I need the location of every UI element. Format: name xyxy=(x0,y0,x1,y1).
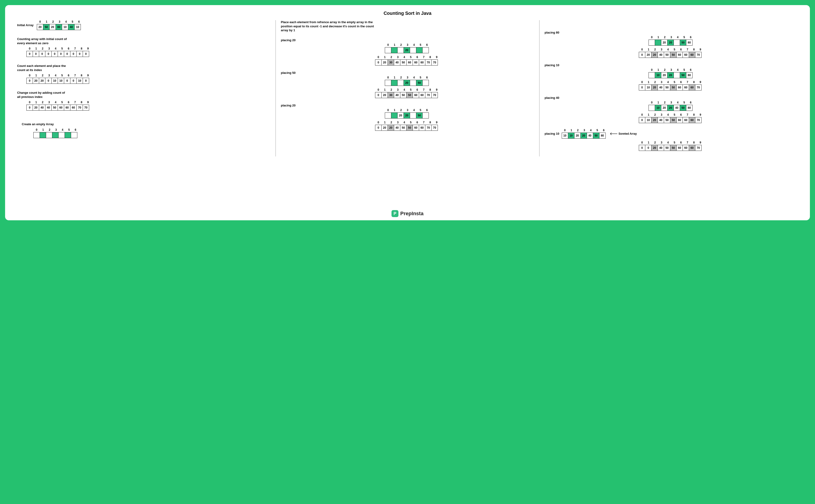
array-cell: 40 xyxy=(68,24,75,30)
array-index: 3 xyxy=(668,101,675,105)
array-cell: 80 xyxy=(686,40,693,46)
array-index: 6 xyxy=(414,56,421,59)
array-index: 6 xyxy=(72,128,79,132)
array-index: 0 xyxy=(375,56,381,59)
array-index: 5 xyxy=(417,109,424,112)
array-index: 4 xyxy=(665,81,671,84)
array-index: 0 xyxy=(26,47,33,51)
array-cell: 20 xyxy=(387,125,394,131)
array-cell: 20 xyxy=(49,24,56,30)
array-index: 1 xyxy=(391,109,398,112)
array-index: 2 xyxy=(388,56,394,59)
array-index: 6 xyxy=(65,47,72,51)
array-cell: 60 xyxy=(683,84,689,90)
array-index: 4 xyxy=(401,88,408,92)
array-cell: 70 xyxy=(432,125,438,131)
array-index: 5 xyxy=(408,121,414,125)
array-cell: 70 xyxy=(432,92,438,98)
array-cell: 40 xyxy=(45,105,52,111)
array-index: 4 xyxy=(401,56,408,59)
array-index: 5 xyxy=(408,56,414,59)
array-cell xyxy=(58,132,65,138)
array-cell: 60 xyxy=(419,92,425,98)
array-cell: 50 xyxy=(400,125,406,131)
array-index: 5 xyxy=(69,20,76,24)
array-cell: 50 xyxy=(400,92,406,98)
zero-label-b: every element as zero xyxy=(17,41,270,45)
array-index: 2 xyxy=(388,121,394,125)
cumulative-array: 0123456789 0204040506060607070 xyxy=(26,101,91,111)
array-index: 3 xyxy=(658,141,665,145)
array-cell: 40 xyxy=(394,92,400,98)
array-index: 6 xyxy=(414,121,421,125)
array-cell: 40 xyxy=(587,133,593,139)
array-cell: 0 xyxy=(83,51,89,57)
array-index: 3 xyxy=(56,20,63,24)
array-index: 5 xyxy=(681,68,687,72)
count-block: Count each element and place the count a… xyxy=(17,64,270,84)
step-label: placing 50 xyxy=(281,71,534,75)
array-cell: 20 xyxy=(33,105,39,111)
array-cell: 40 xyxy=(658,52,664,58)
array-index: 7 xyxy=(684,113,691,117)
array-index: 4 xyxy=(675,68,681,72)
array-cell: 20 xyxy=(33,78,39,84)
col3-steps: placing 80012345620205080012345678902020… xyxy=(545,31,798,123)
count-array: 01234567890102040505060606070 xyxy=(639,81,704,90)
array-cell: 20 xyxy=(403,47,410,53)
array-index: 2 xyxy=(39,101,46,105)
array-index: 4 xyxy=(401,121,408,125)
array-cell xyxy=(385,47,391,53)
array-index: 1 xyxy=(645,48,652,52)
empty-array-block: Create an empty Array 0123456 xyxy=(17,122,270,138)
array-cell: 0 xyxy=(26,105,33,111)
array-cell: 70 xyxy=(695,84,702,90)
array-cell: 10 xyxy=(568,133,575,139)
initial-array-label: Initial Array xyxy=(17,23,34,27)
placement-step: placing 40012345610202040508001234567890… xyxy=(545,96,798,123)
array-cell: 70 xyxy=(83,105,89,111)
array-cell: 60 xyxy=(676,52,683,58)
array-cell xyxy=(397,80,404,86)
zero-label-a: Counting array with initial count of xyxy=(17,37,270,41)
column-1: Initial Array 0123456 20502080104010 Cou… xyxy=(12,20,275,156)
page-title: Counting Sort in Java xyxy=(12,11,803,16)
array-cell: 50 xyxy=(43,24,50,30)
array-cell: 20 xyxy=(645,52,652,58)
array-cell xyxy=(65,132,71,138)
array-cell: 50 xyxy=(406,92,413,98)
count-array: 01234567890202040505060607070 xyxy=(375,121,440,131)
array-index: 3 xyxy=(394,88,401,92)
array-cell: 40 xyxy=(39,105,45,111)
output-array: 012345620 xyxy=(385,43,430,53)
array-cell: 10 xyxy=(58,78,64,84)
array-index: 1 xyxy=(568,129,575,133)
array-cell: 60 xyxy=(70,105,77,111)
array-index: 0 xyxy=(639,48,645,52)
final-label: placing 10 xyxy=(545,132,559,135)
array-index: 1 xyxy=(381,56,388,59)
array-cell: 20 xyxy=(651,117,658,123)
array-index: 3 xyxy=(581,129,588,133)
array-cell: 0 xyxy=(33,51,39,57)
count-array: 01234567890203040505060607070 xyxy=(375,88,440,98)
array-cell: 10 xyxy=(74,24,81,30)
array-cell: 20 xyxy=(661,72,668,78)
array-index: 9 xyxy=(697,48,704,52)
array-cell: 60 xyxy=(683,117,689,123)
array-cell: 10 xyxy=(51,78,58,84)
array-index: 3 xyxy=(668,36,675,40)
array-index: 0 xyxy=(385,43,391,47)
array-cell: 20 xyxy=(651,52,658,58)
array-index: 2 xyxy=(39,74,46,78)
array-index: 6 xyxy=(687,101,694,105)
array-cell xyxy=(655,40,661,46)
array-index: 6 xyxy=(424,76,430,80)
array-cell xyxy=(46,132,52,138)
array-index: 8 xyxy=(78,101,85,105)
array-index: 4 xyxy=(588,129,594,133)
array-index: 5 xyxy=(681,36,687,40)
array-index: 6 xyxy=(65,101,72,105)
array-index: 7 xyxy=(684,81,691,84)
array-cell: 20 xyxy=(651,84,658,90)
